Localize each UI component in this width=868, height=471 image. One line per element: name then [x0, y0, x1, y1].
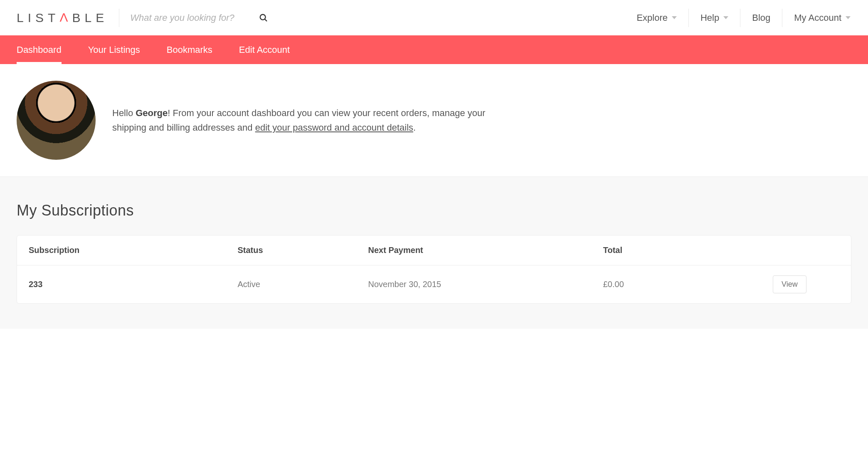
logo-letter: S [35, 11, 48, 25]
tab-dashboard[interactable]: Dashboard [17, 35, 62, 64]
col-total: Total [603, 245, 773, 255]
avatar [17, 81, 96, 160]
tab-your-listings-label: Your Listings [88, 45, 140, 55]
tab-your-listings[interactable]: Your Listings [88, 35, 140, 64]
divider [740, 9, 740, 27]
col-status: Status [237, 245, 368, 255]
logo-letter: T [48, 11, 59, 25]
welcome-text: Hello George! From your account dashboar… [112, 106, 486, 135]
edit-account-link[interactable]: edit your password and account details [255, 122, 413, 133]
account-tabs: Dashboard Your Listings Bookmarks Edit A… [0, 35, 868, 64]
cell-status: Active [237, 280, 368, 289]
cell-next-payment: November 30, 2015 [368, 280, 603, 289]
chevron-down-icon [672, 16, 677, 19]
subscriptions-header-row: Subscription Status Next Payment Total [17, 236, 851, 265]
logo-letter: L [84, 11, 96, 25]
welcome-section: Hello George! From your account dashboar… [0, 64, 868, 176]
divider [688, 9, 689, 27]
tab-bookmarks-label: Bookmarks [167, 45, 212, 55]
welcome-hello: Hello [112, 108, 136, 118]
subscriptions-title: My Subscriptions [17, 202, 851, 219]
welcome-name: George [136, 108, 168, 118]
view-button[interactable]: View [773, 275, 806, 293]
tab-dashboard-label: Dashboard [17, 45, 62, 55]
svg-line-1 [265, 19, 267, 21]
nav-explore[interactable]: Explore [636, 11, 678, 25]
logo-letter: B [72, 11, 84, 25]
logo-letter-accent: Λ [59, 10, 72, 25]
tab-edit-account-label: Edit Account [239, 45, 290, 55]
nav-blog[interactable]: Blog [751, 11, 771, 25]
nav-blog-label: Blog [752, 12, 770, 23]
nav-explore-label: Explore [636, 12, 668, 23]
welcome-period: . [413, 122, 416, 133]
cell-subscription-id: 233 [29, 280, 237, 289]
chevron-down-icon [846, 16, 851, 19]
top-nav: Explore Help Blog My Account [636, 9, 851, 27]
nav-help-label: Help [700, 12, 719, 23]
divider [119, 9, 119, 27]
brand-logo[interactable]: L I S T Λ B L E [17, 11, 108, 25]
top-header: L I S T Λ B L E Explore Help Blog [0, 0, 868, 35]
search-input[interactable] [130, 12, 255, 23]
tab-edit-account[interactable]: Edit Account [239, 35, 290, 64]
cell-total: £0.00 [603, 280, 773, 289]
logo-letter: I [28, 11, 35, 25]
nav-my-account-label: My Account [794, 12, 841, 23]
col-next-payment: Next Payment [368, 245, 603, 255]
table-row: 233 Active November 30, 2015 £0.00 View [17, 265, 851, 303]
tab-bookmarks[interactable]: Bookmarks [167, 35, 212, 64]
col-subscription: Subscription [29, 245, 237, 255]
subscriptions-section: My Subscriptions Subscription Status Nex… [0, 176, 868, 329]
chevron-down-icon [723, 16, 728, 19]
subscriptions-card: Subscription Status Next Payment Total 2… [17, 235, 851, 304]
logo-letter: E [96, 11, 108, 25]
search-icon[interactable] [259, 13, 268, 22]
divider [782, 9, 782, 27]
logo-letter: L [17, 11, 28, 25]
nav-help[interactable]: Help [700, 11, 729, 25]
search-wrap [130, 12, 268, 23]
nav-my-account[interactable]: My Account [793, 11, 851, 25]
cell-actions: View [773, 275, 839, 293]
